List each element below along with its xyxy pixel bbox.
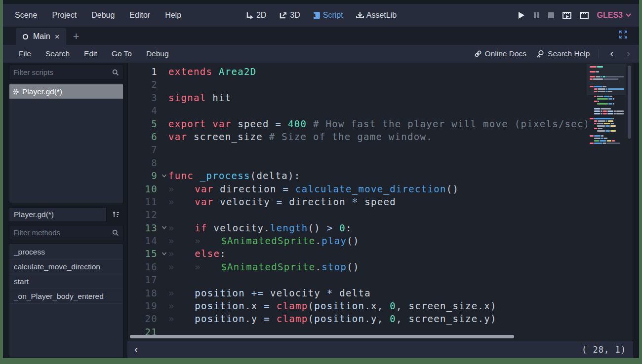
method-item-calculate-move-direction[interactable]: calculate_move_direction	[9, 259, 123, 274]
history-forward-button: ›	[625, 48, 632, 59]
pause-button[interactable]	[533, 12, 540, 19]
token-op: *	[352, 196, 359, 207]
code-line[interactable]: 10»var direction = calculate_move_direct…	[128, 182, 633, 195]
code-line[interactable]: 7	[128, 143, 633, 156]
main-content: Player.gd(*) Player.gd(*) _processcalcul…	[3, 63, 639, 358]
menu-editor[interactable]: Editor	[129, 11, 150, 20]
token-node: $AnimatedSprite	[221, 261, 315, 272]
code-line[interactable]: 1extends Area2D	[128, 65, 633, 78]
code-line[interactable]: 12	[128, 208, 633, 221]
code-editor[interactable]: 1extends Area2D23signal hit45export var …	[127, 63, 633, 341]
minimap-segment	[604, 123, 611, 124]
pause-icon	[533, 12, 540, 19]
workspace-tab-assetlib[interactable]: AssetLib	[356, 11, 397, 20]
token-txt: velocity	[264, 288, 326, 298]
code-line[interactable]: 11»var velocity = direction * speed	[128, 195, 633, 208]
minimap-segment	[590, 118, 594, 119]
sort-methods-button[interactable]	[109, 207, 123, 222]
menu-project[interactable]: Project	[52, 11, 77, 20]
method-item-start[interactable]: start	[9, 274, 123, 289]
search-help-button[interactable]: Search Help	[536, 49, 590, 58]
play-icon	[518, 11, 525, 19]
code-line[interactable]: 6var screen_size # Size of the game wind…	[128, 130, 633, 143]
history-back-button[interactable]: ‹	[608, 48, 615, 59]
minimap-segment	[601, 138, 603, 139]
minimap-row	[590, 88, 624, 90]
method-item--on-player-body-entered[interactable]: _on_Player_body_entered	[9, 289, 123, 304]
workspace-tab-2d[interactable]: 2D	[245, 11, 266, 20]
code-line[interactable]: 5export var speed = 400 # How fast the p…	[128, 117, 633, 130]
vertical-scrollbar[interactable]	[628, 66, 631, 139]
minimap-segment	[594, 138, 601, 139]
token-txt: ()	[446, 183, 459, 194]
code-line[interactable]: 19»position.x = clamp(position.x, 0, scr…	[128, 299, 633, 312]
online-docs-button[interactable]: Online Docs	[474, 49, 526, 58]
fold-icon[interactable]	[160, 247, 168, 260]
chevron-down-icon	[626, 13, 631, 17]
token-com: # How fast the player will move (pixels/…	[313, 118, 596, 129]
token-num: 0	[339, 222, 346, 233]
code-line[interactable]: 4	[128, 104, 633, 117]
close-icon[interactable]: ×	[55, 33, 60, 41]
menu-debug[interactable]: Debug	[91, 11, 115, 20]
script-menu-go-to[interactable]: Go To	[112, 49, 132, 58]
filter-methods-input[interactable]	[13, 228, 112, 237]
menu-scene[interactable]: Scene	[15, 11, 37, 20]
minimap-segment	[593, 78, 603, 80]
code-text: »var direction = calculate_move_directio…	[168, 182, 633, 195]
add-tab-button[interactable]: +	[73, 30, 80, 45]
filter-scripts-input[interactable]	[13, 68, 112, 76]
stop-button[interactable]	[548, 12, 554, 18]
minimap[interactable]	[587, 64, 626, 340]
menu-help[interactable]: Help	[165, 11, 181, 20]
line-number: 16	[128, 260, 160, 273]
code-line[interactable]: 18»position += velocity * delta	[128, 287, 633, 299]
tab-main[interactable]: Main ×	[16, 28, 66, 45]
play-scene-button[interactable]	[562, 12, 571, 19]
script-item-player-gd-[interactable]: Player.gd(*)	[9, 84, 123, 99]
script-menu-file[interactable]: File	[19, 49, 31, 58]
code-line[interactable]: 20»position.y = clamp(position.y, 0, scr…	[128, 312, 633, 325]
code-line[interactable]: 9func _process(delta):	[128, 169, 633, 182]
line-number: 4	[128, 104, 160, 117]
minimap-segment	[601, 76, 602, 77]
minimap-segment	[598, 91, 605, 92]
minimap-segment	[590, 130, 597, 132]
script-menu-edit[interactable]: Edit	[84, 49, 97, 58]
code-line[interactable]: 14»»$AnimatedSprite.play()	[128, 234, 633, 247]
code-line[interactable]: 13»if velocity.length() > 0:	[128, 221, 633, 234]
token-com: # Size of the game window.	[269, 131, 433, 142]
code-line[interactable]: 17	[128, 273, 633, 286]
minimap-segment	[597, 66, 603, 68]
workspace-tab-3d[interactable]: 3D	[279, 11, 300, 20]
workspace-tab-script[interactable]: Script	[313, 11, 343, 20]
fold-icon[interactable]	[160, 169, 168, 182]
minimap-segment	[605, 125, 610, 127]
play-custom-scene-button[interactable]	[580, 12, 589, 19]
fold-icon[interactable]	[160, 221, 168, 234]
method-item--process[interactable]: _process	[9, 245, 123, 259]
fold-gutter	[160, 299, 168, 312]
token-txt: :	[346, 222, 352, 233]
code-line[interactable]: 2	[128, 78, 633, 91]
token-txt: direction	[283, 196, 352, 207]
code-line[interactable]: 8	[128, 156, 633, 169]
code-line[interactable]: 16»»$AnimatedSprite.stop()	[128, 260, 633, 273]
horizontal-scrollbar[interactable]	[130, 335, 514, 338]
renderer-dropdown[interactable]: GLES3	[597, 11, 631, 20]
code-text	[168, 156, 633, 169]
distraction-free-icon[interactable]	[618, 30, 628, 39]
minimap-segment	[608, 103, 612, 105]
token-mem: position	[195, 288, 245, 298]
code-line[interactable]: 15»else:	[128, 247, 633, 260]
fold-gutter	[160, 130, 168, 143]
collapse-panel-button[interactable]: ‹	[134, 344, 138, 355]
minimap-segment	[608, 98, 612, 100]
minimap-segment	[590, 101, 594, 102]
script-menu-debug[interactable]: Debug	[146, 49, 169, 58]
code-line[interactable]: 3signal hit	[128, 91, 633, 104]
script-menu-search[interactable]: Search	[45, 49, 70, 58]
token-txt: speed	[231, 118, 275, 129]
fold-gutter	[160, 104, 168, 117]
play-button[interactable]	[518, 11, 525, 19]
